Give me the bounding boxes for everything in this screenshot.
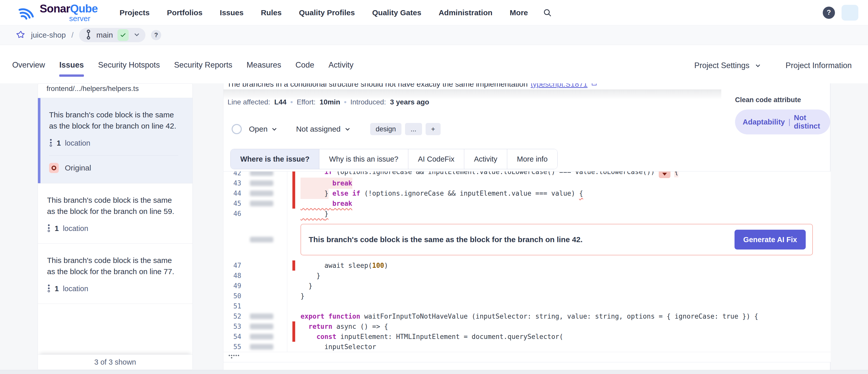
line-affected: L44: [274, 98, 286, 106]
favorite-star-icon[interactable]: [16, 30, 25, 40]
line-number: 54: [223, 333, 241, 340]
line-number: 53: [223, 323, 241, 330]
tab-security-reports[interactable]: Security Reports: [174, 61, 232, 78]
sonarqube-logo[interactable]: SonarQube server: [16, 2, 98, 23]
search-icon[interactable]: [543, 8, 552, 17]
rule-key-link[interactable]: typescript:S1871: [531, 83, 587, 89]
issue-locations[interactable]: 1location: [47, 284, 183, 294]
nav-item-quality-gates[interactable]: Quality Gates: [372, 8, 421, 17]
nav-item-quality-profiles[interactable]: Quality Profiles: [299, 8, 355, 17]
assignee-dropdown[interactable]: Not assigned: [296, 125, 351, 133]
nav-item-rules[interactable]: Rules: [261, 8, 282, 17]
tab-measures[interactable]: Measures: [247, 61, 281, 78]
code-line-44: 44 } else if (!options.ignoreCase && inp…: [223, 188, 831, 198]
tab-overview[interactable]: Overview: [12, 61, 45, 78]
project-link[interactable]: juice-shop: [31, 31, 66, 39]
main-nav-items: ProjectsPortfoliosIssuesRulesQuality Pro…: [120, 8, 528, 17]
tab-code[interactable]: Code: [296, 61, 314, 78]
add-tag-button[interactable]: +: [426, 123, 441, 135]
nav-item-more[interactable]: More: [510, 8, 528, 17]
blurred-author: [250, 180, 273, 186]
code-expand-row: [223, 352, 831, 362]
code-line-52: 52export function waitForInputToNotHaveV…: [223, 311, 831, 321]
detail-tab-why-is-this-an-issue-[interactable]: Why is this an issue?: [319, 149, 408, 169]
code-line-49: 49 }: [223, 281, 831, 291]
blurred-author: [250, 334, 273, 339]
locations-dots-icon: [47, 284, 51, 294]
issue-locations[interactable]: 1location: [49, 138, 183, 148]
detail-tab-more-info[interactable]: More info: [507, 149, 557, 169]
issue-message: This branch's code block is the same as …: [47, 195, 182, 217]
tab-activity[interactable]: Activity: [329, 61, 353, 78]
code-line-54: 54 const inputElement: HTMLInputElement …: [223, 332, 831, 342]
status-dropdown[interactable]: Open: [249, 125, 278, 133]
branch-icon: [85, 29, 92, 41]
scm-author: [241, 334, 287, 339]
project-information-link[interactable]: Project Information: [786, 61, 852, 70]
breadcrumb: juice-shop / main ?: [0, 25, 868, 45]
code-line-53: 53 return async () => {: [223, 321, 831, 332]
issue-location-flag-icon[interactable]: [659, 171, 671, 178]
code-line-47: 47 await sleep(100): [223, 261, 831, 271]
code-line-55: 55 inputSelector: [223, 342, 831, 352]
issue-gutter-bar: [292, 188, 295, 198]
nav-item-projects[interactable]: Projects: [120, 8, 150, 17]
effort-value: 10min: [319, 98, 340, 106]
code-cell: }: [287, 291, 831, 301]
issue-message: This branch's code block is the same as …: [49, 109, 184, 132]
scm-author: [241, 344, 287, 350]
issue-card-1[interactable]: This branch's code block is the same as …: [38, 98, 192, 183]
nav-item-issues[interactable]: Issues: [220, 8, 244, 17]
detail-tab-where-is-the-issue-[interactable]: Where is the issue?: [230, 149, 319, 169]
code-line-50: 50}: [223, 291, 831, 301]
external-link-icon[interactable]: [591, 83, 598, 89]
code-cell: }: [287, 271, 831, 281]
tag-design[interactable]: design: [370, 123, 402, 135]
nav-item-administration[interactable]: Administration: [439, 8, 493, 17]
issue-card-2[interactable]: This branch's code block is the same as …: [38, 183, 192, 244]
code-viewer: 42 if (options.ignoreCase && inputElemen…: [223, 171, 831, 362]
tab-security-hotspots[interactable]: Security Hotspots: [98, 61, 160, 78]
code-line-46: 46 }: [223, 209, 831, 219]
branch-selector[interactable]: main: [79, 28, 146, 42]
line-number: 46: [223, 210, 241, 217]
generate-ai-fix-button[interactable]: Generate AI Fix: [735, 230, 806, 249]
line-number: 55: [223, 343, 241, 351]
issue-gutter-bar: [292, 198, 295, 209]
dot-separator: [344, 101, 346, 103]
expand-code-icon[interactable]: [228, 354, 241, 361]
original-marker-icon: [49, 163, 59, 173]
branch-help-icon[interactable]: ?: [151, 30, 161, 40]
detail-tab-ai-codefix[interactable]: AI CodeFix: [408, 149, 464, 169]
code-cell: } else if (!options.ignoreCase && inputE…: [287, 188, 831, 198]
project-settings-menu[interactable]: Project Settings: [694, 61, 761, 70]
code-lines: 42 if (options.ignoreCase && inputElemen…: [223, 171, 831, 352]
detail-tab-activity[interactable]: Activity: [464, 149, 507, 169]
user-avatar[interactable]: [842, 5, 858, 21]
scm-author-blurred: [241, 219, 287, 261]
issue-detail-tabs: Where is the issue?Why is this an issue?…: [230, 149, 558, 169]
code-line-45: 45 break: [223, 198, 831, 209]
tab-issues[interactable]: Issues: [59, 61, 84, 78]
nav-item-portfolios[interactable]: Portfolios: [167, 8, 203, 17]
chevron-down-icon: [754, 62, 761, 69]
code-cell: }: [287, 209, 831, 219]
blurred-author: [250, 171, 273, 176]
issue-gutter-bar: [292, 261, 295, 271]
clean-code-pill[interactable]: Adaptability | Not distinct: [735, 109, 830, 134]
scm-author: [241, 171, 287, 176]
issue-locations[interactable]: 1location: [47, 224, 183, 233]
issue-card-3[interactable]: This branch's code block is the same as …: [38, 244, 192, 304]
line-number: 51: [223, 302, 241, 310]
locations-dots-icon: [47, 224, 51, 233]
issue-list: This branch's code block is the same as …: [38, 98, 192, 304]
issue-detail-panel: The branches in a conditional structure …: [223, 83, 830, 370]
status-open-icon: [231, 124, 242, 134]
help-button[interactable]: ?: [823, 7, 835, 19]
content-area: frontend/.../helpers/helpers.ts This bra…: [0, 83, 868, 370]
issues-sidebar: frontend/.../helpers/helpers.ts This bra…: [38, 83, 193, 370]
issue-gutter-bar: [292, 178, 295, 188]
file-path[interactable]: frontend/.../helpers/helpers.ts: [38, 83, 192, 98]
tag-more[interactable]: ...: [405, 123, 422, 135]
clean-code-block: Clean code attribute Adaptability | Not …: [735, 96, 830, 134]
